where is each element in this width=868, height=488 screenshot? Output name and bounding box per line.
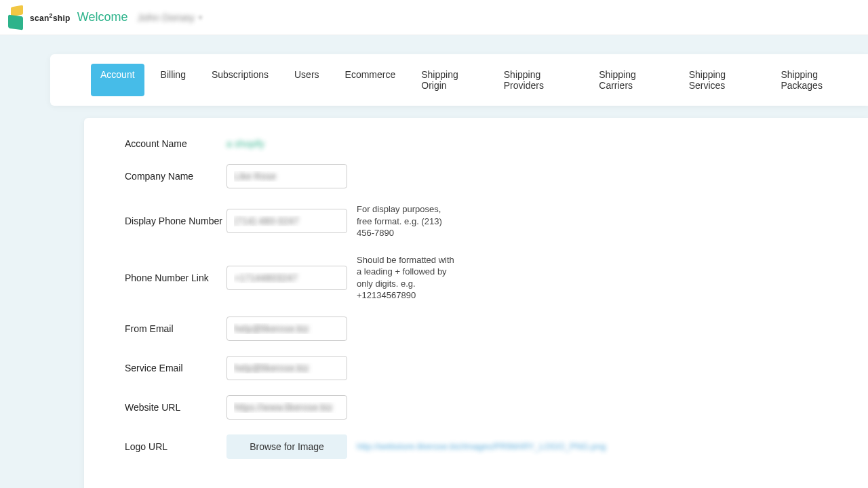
row-phone-link: Phone Number Link Should be formatted wi…	[125, 254, 827, 302]
label-service-email: Service Email	[125, 363, 226, 373]
account-name-value[interactable]: a shopify	[226, 138, 264, 149]
row-account-name: Account Name a shopify	[125, 138, 827, 149]
hint-display-phone: For display purposes, free format. e.g. …	[357, 203, 458, 239]
row-from-email: From Email	[125, 317, 827, 341]
tab-account[interactable]: Account	[91, 64, 144, 96]
username-dropdown[interactable]: John Dorsey	[137, 12, 194, 23]
label-display-phone: Display Phone Number	[125, 216, 226, 226]
app-logo	[8, 6, 26, 29]
tab-subscriptions[interactable]: Subscriptions	[202, 64, 278, 96]
label-from-email: From Email	[125, 323, 226, 334]
brand-name: scan2ship	[30, 12, 71, 23]
label-account-name: Account Name	[125, 138, 226, 149]
from-email-input[interactable]	[226, 317, 347, 341]
company-name-input[interactable]	[226, 164, 347, 188]
tab-shipping-packages[interactable]: Shipping Packages	[771, 64, 861, 96]
service-email-input[interactable]	[226, 356, 347, 380]
tab-shipping-services[interactable]: Shipping Services	[679, 64, 765, 96]
account-form: Account Name a shopify Company Name Disp…	[84, 118, 868, 488]
label-logo-url: Logo URL	[125, 441, 226, 452]
label-company-name: Company Name	[125, 171, 226, 182]
label-website-url: Website URL	[125, 402, 226, 413]
tab-shipping-origin[interactable]: Shipping Origin	[412, 64, 488, 96]
tabs-navigation: Account Billing Subscriptions Users Ecom…	[50, 54, 868, 106]
welcome-text: Welcome	[77, 10, 128, 24]
hint-phone-link: Should be formatted with a leading + fol…	[357, 254, 458, 302]
label-phone-link: Phone Number Link	[125, 272, 226, 283]
row-website-url: Website URL	[125, 395, 827, 420]
row-company-name: Company Name	[125, 164, 827, 188]
row-logo-url: Logo URL Browse for Image http://webstor…	[125, 434, 827, 459]
phone-link-input[interactable]	[226, 266, 347, 290]
display-phone-input[interactable]	[226, 209, 347, 233]
tab-shipping-providers[interactable]: Shipping Providers	[494, 64, 583, 96]
website-url-input[interactable]	[226, 395, 347, 420]
tab-ecommerce[interactable]: Ecommerce	[336, 64, 406, 96]
row-service-email: Service Email	[125, 356, 827, 380]
chevron-down-icon[interactable]: ▾	[199, 14, 202, 21]
tab-billing[interactable]: Billing	[151, 64, 195, 96]
logo-url-text[interactable]: http://webstore.likerose.biz/images/PRIM…	[357, 441, 606, 451]
tab-shipping-carriers[interactable]: Shipping Carriers	[589, 64, 672, 96]
tab-users[interactable]: Users	[285, 64, 329, 96]
top-bar: scan2ship Welcome John Dorsey ▾	[0, 0, 868, 35]
row-display-phone: Display Phone Number For display purpose…	[125, 203, 827, 239]
browse-image-button[interactable]: Browse for Image	[226, 434, 347, 459]
